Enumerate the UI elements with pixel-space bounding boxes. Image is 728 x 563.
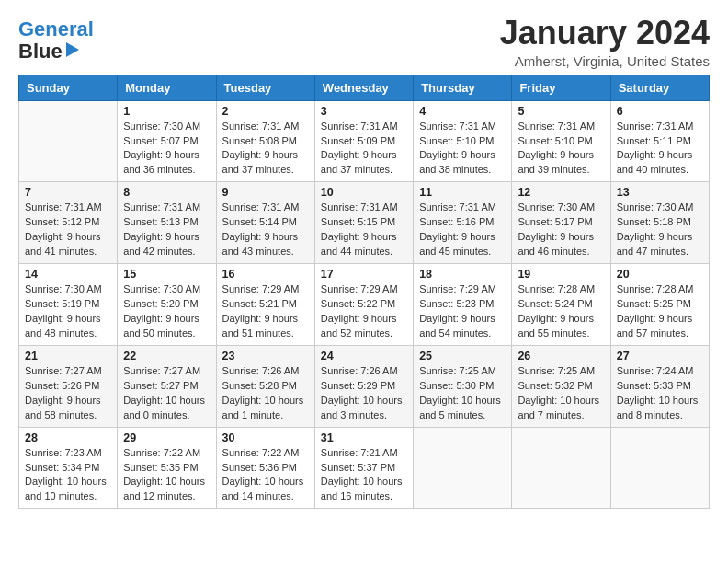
calendar-cell: [414, 427, 512, 509]
logo: General Blue: [18, 18, 94, 63]
day-info: Sunrise: 7:26 AMSunset: 5:29 PMDaylight:…: [321, 364, 407, 423]
calendar-cell: 17Sunrise: 7:29 AMSunset: 5:22 PMDayligh…: [314, 264, 413, 346]
day-info: Sunrise: 7:30 AMSunset: 5:19 PMDaylight:…: [25, 282, 111, 341]
calendar-cell: 1Sunrise: 7:30 AMSunset: 5:07 PMDaylight…: [118, 100, 216, 182]
day-info: Sunrise: 7:30 AMSunset: 5:17 PMDaylight:…: [518, 201, 604, 259]
day-number: 2: [222, 105, 309, 118]
col-header-saturday: Saturday: [610, 75, 709, 100]
day-info: Sunrise: 7:30 AMSunset: 5:07 PMDaylight:…: [123, 120, 210, 178]
day-number: 13: [617, 186, 703, 199]
col-header-monday: Monday: [118, 75, 216, 100]
day-number: 6: [617, 105, 703, 118]
col-header-friday: Friday: [512, 75, 610, 100]
col-header-tuesday: Tuesday: [216, 75, 314, 100]
page-title: January 2024: [500, 15, 710, 52]
calendar-cell: 27Sunrise: 7:24 AMSunset: 5:33 PMDayligh…: [610, 345, 709, 427]
logo-arrow-icon: [66, 42, 79, 57]
calendar-cell: 2Sunrise: 7:31 AMSunset: 5:08 PMDaylight…: [216, 100, 314, 182]
col-header-wednesday: Wednesday: [314, 75, 413, 100]
logo-text: General: [18, 18, 94, 40]
day-info: Sunrise: 7:31 AMSunset: 5:14 PMDaylight:…: [222, 201, 309, 259]
calendar-cell: [19, 100, 118, 182]
calendar-cell: 10Sunrise: 7:31 AMSunset: 5:15 PMDayligh…: [314, 182, 413, 264]
calendar-cell: 11Sunrise: 7:31 AMSunset: 5:16 PMDayligh…: [414, 182, 512, 264]
calendar-cell: 29Sunrise: 7:22 AMSunset: 5:35 PMDayligh…: [118, 427, 216, 509]
day-info: Sunrise: 7:22 AMSunset: 5:35 PMDaylight:…: [123, 446, 210, 505]
day-number: 20: [617, 268, 703, 281]
calendar-cell: 5Sunrise: 7:31 AMSunset: 5:10 PMDaylight…: [512, 100, 610, 182]
calendar-cell: 31Sunrise: 7:21 AMSunset: 5:37 PMDayligh…: [314, 427, 413, 509]
calendar-cell: 12Sunrise: 7:30 AMSunset: 5:17 PMDayligh…: [512, 182, 610, 264]
day-number: 28: [25, 431, 111, 444]
calendar-week-row: 14Sunrise: 7:30 AMSunset: 5:19 PMDayligh…: [19, 264, 710, 346]
col-header-sunday: Sunday: [19, 75, 118, 100]
calendar-cell: 4Sunrise: 7:31 AMSunset: 5:10 PMDaylight…: [414, 100, 512, 182]
day-info: Sunrise: 7:27 AMSunset: 5:27 PMDaylight:…: [123, 364, 210, 423]
logo-blue: Blue: [18, 40, 63, 63]
day-number: 16: [222, 268, 309, 281]
day-number: 29: [123, 431, 210, 444]
day-number: 25: [419, 350, 506, 362]
day-number: 1: [123, 105, 210, 118]
calendar-cell: 23Sunrise: 7:26 AMSunset: 5:28 PMDayligh…: [216, 345, 314, 427]
day-info: Sunrise: 7:27 AMSunset: 5:26 PMDaylight:…: [25, 364, 111, 423]
day-number: 8: [123, 186, 210, 199]
day-info: Sunrise: 7:31 AMSunset: 5:11 PMDaylight:…: [617, 120, 703, 178]
day-info: Sunrise: 7:31 AMSunset: 5:12 PMDaylight:…: [25, 201, 111, 259]
day-info: Sunrise: 7:31 AMSunset: 5:13 PMDaylight:…: [123, 201, 210, 259]
calendar-week-row: 21Sunrise: 7:27 AMSunset: 5:26 PMDayligh…: [19, 345, 710, 427]
calendar-body: 1Sunrise: 7:30 AMSunset: 5:07 PMDaylight…: [19, 100, 710, 509]
day-number: 14: [25, 268, 111, 281]
col-header-thursday: Thursday: [414, 75, 512, 100]
day-info: Sunrise: 7:28 AMSunset: 5:25 PMDaylight:…: [617, 282, 703, 341]
calendar-week-row: 1Sunrise: 7:30 AMSunset: 5:07 PMDaylight…: [19, 100, 710, 182]
calendar-table: SundayMondayTuesdayWednesdayThursdayFrid…: [18, 75, 710, 510]
day-info: Sunrise: 7:28 AMSunset: 5:24 PMDaylight:…: [518, 282, 604, 341]
header: General Blue January 2024 Amherst, Virgi…: [18, 15, 710, 69]
calendar-cell: 28Sunrise: 7:23 AMSunset: 5:34 PMDayligh…: [19, 427, 118, 509]
calendar-cell: 13Sunrise: 7:30 AMSunset: 5:18 PMDayligh…: [610, 182, 709, 264]
day-info: Sunrise: 7:31 AMSunset: 5:09 PMDaylight:…: [321, 120, 407, 178]
day-info: Sunrise: 7:25 AMSunset: 5:30 PMDaylight:…: [419, 364, 506, 423]
day-info: Sunrise: 7:29 AMSunset: 5:23 PMDaylight:…: [419, 282, 506, 341]
day-number: 19: [518, 268, 604, 281]
calendar-cell: 3Sunrise: 7:31 AMSunset: 5:09 PMDaylight…: [314, 100, 413, 182]
day-number: 15: [123, 268, 210, 281]
page-subtitle: Amherst, Virginia, United States: [500, 53, 710, 69]
day-info: Sunrise: 7:31 AMSunset: 5:10 PMDaylight:…: [518, 120, 604, 178]
day-info: Sunrise: 7:31 AMSunset: 5:15 PMDaylight:…: [321, 201, 407, 259]
day-number: 18: [419, 268, 506, 281]
day-info: Sunrise: 7:21 AMSunset: 5:37 PMDaylight:…: [321, 446, 407, 505]
day-info: Sunrise: 7:31 AMSunset: 5:10 PMDaylight:…: [419, 120, 506, 178]
day-number: 21: [25, 350, 111, 362]
day-info: Sunrise: 7:29 AMSunset: 5:22 PMDaylight:…: [321, 282, 407, 341]
day-info: Sunrise: 7:30 AMSunset: 5:18 PMDaylight:…: [617, 201, 703, 259]
day-number: 3: [321, 105, 407, 118]
day-info: Sunrise: 7:22 AMSunset: 5:36 PMDaylight:…: [222, 446, 309, 505]
day-number: 7: [25, 186, 111, 199]
day-number: 27: [617, 350, 703, 362]
day-info: Sunrise: 7:30 AMSunset: 5:20 PMDaylight:…: [123, 282, 210, 341]
title-block: January 2024 Amherst, Virginia, United S…: [500, 15, 710, 69]
day-number: 23: [222, 350, 309, 362]
day-number: 26: [518, 350, 604, 362]
day-info: Sunrise: 7:24 AMSunset: 5:33 PMDaylight:…: [617, 364, 703, 423]
day-number: 12: [518, 186, 604, 199]
calendar-header-row: SundayMondayTuesdayWednesdayThursdayFrid…: [19, 75, 710, 100]
calendar-cell: 8Sunrise: 7:31 AMSunset: 5:13 PMDaylight…: [118, 182, 216, 264]
calendar-cell: 21Sunrise: 7:27 AMSunset: 5:26 PMDayligh…: [19, 345, 118, 427]
day-number: 9: [222, 186, 309, 199]
calendar-cell: 16Sunrise: 7:29 AMSunset: 5:21 PMDayligh…: [216, 264, 314, 346]
day-number: 5: [518, 105, 604, 118]
calendar-cell: 25Sunrise: 7:25 AMSunset: 5:30 PMDayligh…: [414, 345, 512, 427]
calendar-cell: 15Sunrise: 7:30 AMSunset: 5:20 PMDayligh…: [118, 264, 216, 346]
calendar-cell: [610, 427, 709, 509]
day-info: Sunrise: 7:26 AMSunset: 5:28 PMDaylight:…: [222, 364, 309, 423]
calendar-cell: [512, 427, 610, 509]
calendar-cell: 30Sunrise: 7:22 AMSunset: 5:36 PMDayligh…: [216, 427, 314, 509]
day-number: 22: [123, 350, 210, 362]
day-info: Sunrise: 7:31 AMSunset: 5:16 PMDaylight:…: [419, 201, 506, 259]
day-number: 24: [321, 350, 407, 362]
day-number: 10: [321, 186, 407, 199]
calendar-cell: 20Sunrise: 7:28 AMSunset: 5:25 PMDayligh…: [610, 264, 709, 346]
